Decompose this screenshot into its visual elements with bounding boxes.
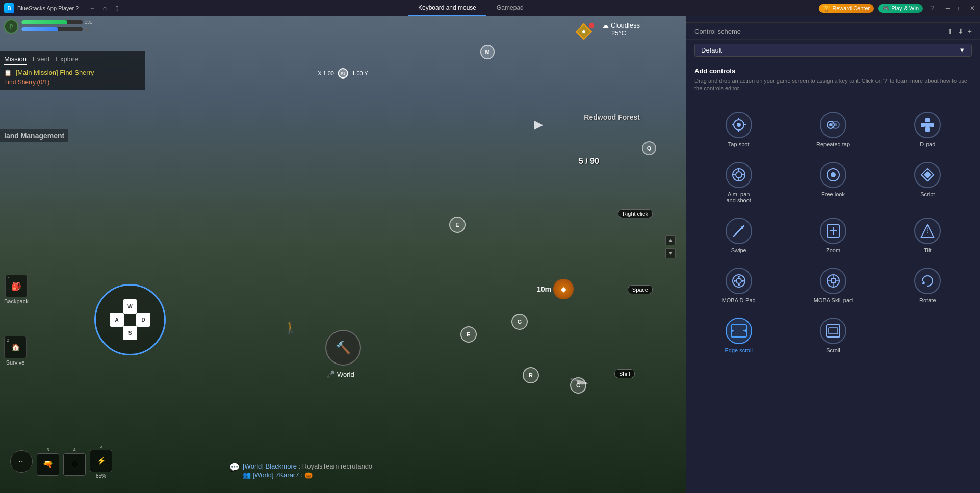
mic-icon: 🎤 [326,370,335,378]
control-zoom[interactable]: Zoom [789,214,877,257]
top-right-buttons: 🏆 Reward Center 🎮 Play & Win ? [815,3,942,14]
back-button[interactable]: ← [87,3,98,14]
svg-point-13 [834,123,837,126]
m-key-button[interactable]: M [480,45,495,59]
health-bar-row: 131 [21,20,95,25]
weather-icon: ☁ [602,21,609,29]
svg-rect-14 [925,118,930,122]
tilt-icon [914,218,941,244]
svg-rect-18 [925,123,930,127]
tab-keyboard-mouse[interactable]: Keyboard and mouse [408,0,486,16]
player-icon: P [4,19,18,34]
moba-skill-label: MOBA Skill pad [814,297,853,303]
svg-rect-42 [831,279,835,283]
scroll-down-btn[interactable]: ▼ [665,248,676,258]
c-key-button[interactable]: C [570,377,586,394]
control-repeated-tap[interactable]: Repeated tap [789,108,877,151]
reward-icon: 🏆 [823,5,830,12]
f1-label: F1 [341,71,345,76]
weather-display: ☁ Cloudless 25°C [602,21,640,37]
control-aim-pan-shoot[interactable]: Aim, panand shoot [694,158,783,207]
chat-2-prefix: [World] 7Karar7 [253,471,299,479]
help-button[interactable]: ? [927,3,938,14]
chat-2-text: : 🎃 [301,471,313,479]
play-win-button[interactable]: 🎮 Play & Win [878,4,923,13]
dpad-left[interactable]: A [110,313,124,327]
chat-people-icon: [World] Blackmore : RoyalsTeam recrutand… [243,462,372,479]
distance-text: 10m [537,285,551,293]
e-key-button-1[interactable]: E [449,217,466,233]
scheme-share-button[interactable]: ⬆ [947,27,953,35]
add-controls-desc: Drag and drop an action on your game scr… [694,77,972,93]
svg-rect-17 [930,123,934,127]
slot-5[interactable]: ⚡ [90,450,112,472]
dpad-right[interactable]: D [136,313,150,327]
svg-point-38 [738,284,740,286]
control-swipe[interactable]: Swipe [694,214,783,257]
survive-slot[interactable]: 2 🏠 [4,336,27,358]
svg-point-37 [738,276,740,278]
r-key-button[interactable]: R [523,367,539,383]
svg-rect-54 [829,328,838,334]
e-key-button-2[interactable]: E [460,326,477,343]
control-edge-scroll[interactable]: Edge scroll [694,314,783,357]
control-scroll[interactable]: Scroll [789,314,877,357]
restore-button[interactable]: □ [955,3,966,14]
control-moba-skill[interactable]: MOBA Skill pad [789,264,877,307]
backpack-slot[interactable]: 1 🎒 [5,275,28,297]
swipe-icon [726,218,752,244]
scheme-chevron: ▼ [959,46,965,54]
backpack-label: Backpack [4,298,29,304]
edge-scroll-label: Edge scroll [725,347,752,353]
tilt-label: Tilt [924,247,931,253]
slot-3[interactable]: 🔫 [37,453,59,476]
health-bar-fill [21,20,67,24]
dpad-up[interactable]: W [123,299,137,314]
minimize-button[interactable]: ─ [942,3,953,14]
mission-title: 📋 [Main Mission] Find Sherry [4,69,141,76]
land-management-label: land Management [0,129,68,142]
dpad-down[interactable]: S [123,326,137,340]
right-click-label: Right click [618,209,653,218]
stamina-bar-row: ➕ [21,27,95,32]
control-tap-spot[interactable]: Tap spot [694,108,783,151]
scroll-up-btn[interactable]: ▲ [665,235,676,245]
zoom-icon [820,218,846,244]
tab-mission[interactable]: Mission [4,55,27,65]
scheme-add-button[interactable]: + [968,27,972,35]
control-rotate[interactable]: Rotate [884,264,972,307]
action-circle-button[interactable]: 🔨 [325,330,361,366]
home-button[interactable]: ⌂ [99,3,110,14]
backpack-icon: 🎒 [11,281,21,291]
control-moba-dpad[interactable]: MOBA D-Pad [694,264,783,307]
slot-4[interactable]: ⚙ [63,453,86,476]
tab-explore[interactable]: Explore [56,55,78,65]
moba-skill-icon [820,268,846,294]
control-free-look[interactable]: Free look [789,158,877,207]
reward-center-button[interactable]: 🏆 Reward Center [819,4,874,13]
dots-menu-button[interactable]: ··· [10,450,33,473]
scroll-indicator: ▲ ▼ [665,235,676,258]
tab-event[interactable]: Event [33,55,49,65]
game-area: P 131 ➕ Mission Event Explore 📋 [0,0,686,493]
slot-5-pct: 85% [96,473,106,479]
scheme-label: Control scheme [694,28,741,35]
tap-spot-icon [726,112,752,138]
health-bars: 131 ➕ [21,20,95,33]
close-button[interactable]: ✕ [967,3,978,14]
control-script[interactable]: Script [884,158,972,207]
control-tilt[interactable]: Tilt [884,214,972,257]
tab-gamepad[interactable]: Gamepad [486,0,534,16]
temp-label: 25°C [611,29,640,37]
world-text: World [337,371,354,378]
space-label: Space [628,285,653,294]
recent-button[interactable]: ▯ [111,3,122,14]
dpad-outer: W S A D [94,284,166,355]
scheme-icons: ⬆ ⬇ + [947,27,972,35]
control-dpad[interactable]: D-pad [884,108,972,151]
svg-point-36 [736,278,741,283]
scheme-selector[interactable]: Default ▼ [694,44,972,57]
scheme-upload-button[interactable]: ⬇ [958,27,964,35]
g-key-button[interactable]: G [511,314,528,330]
q-key-button[interactable]: Q [642,141,656,155]
